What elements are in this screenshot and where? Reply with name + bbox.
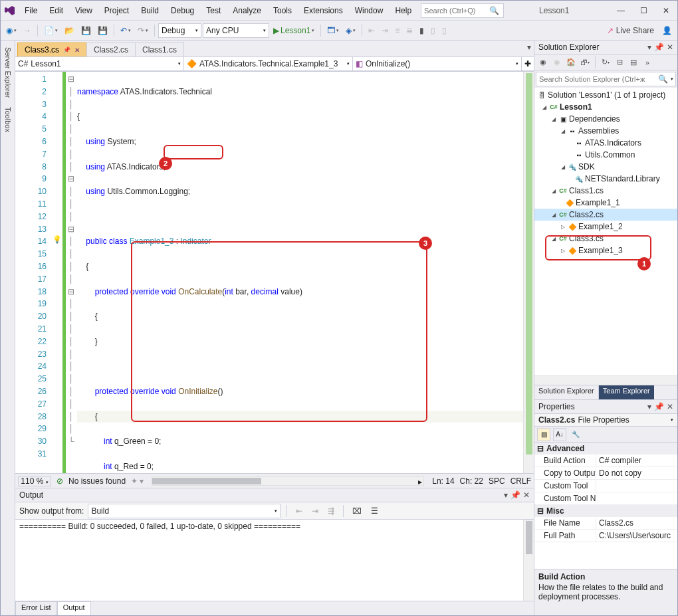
comment-icon[interactable]: ≡ xyxy=(392,23,402,38)
tab-class2[interactable]: Class2.cs xyxy=(86,43,136,56)
refresh-icon[interactable]: ↻▾ xyxy=(600,56,612,68)
dropdown-icon[interactable]: ▾ xyxy=(647,43,651,52)
pin-icon[interactable]: 📌 xyxy=(654,402,664,411)
menu-edit[interactable]: Edit xyxy=(44,3,68,18)
props-object-combo[interactable]: Class2.csFile Properties▾ xyxy=(534,414,677,427)
nav-method-combo[interactable]: ◧OnInitialize()▾ xyxy=(353,57,522,70)
se-hscroll[interactable] xyxy=(534,375,677,385)
se-search[interactable]: 🔍▾ xyxy=(536,72,676,86)
search-input[interactable] xyxy=(421,7,488,15)
cat-sort-icon[interactable]: ▤ xyxy=(537,428,550,441)
editor-scrollbar[interactable] xyxy=(523,72,534,473)
close-icon[interactable]: ✕ xyxy=(667,43,673,52)
config-combo[interactable]: Debug▾ xyxy=(158,23,201,38)
code-body[interactable]: namespace ATAS.Indicators.Technical { us… xyxy=(76,72,523,473)
props-header[interactable]: Properties ▾📌✕ xyxy=(534,400,677,414)
se-search-input[interactable] xyxy=(536,75,655,83)
tree-class2[interactable]: ◢C#Class2.cs xyxy=(534,209,677,221)
account-icon[interactable]: 👤 xyxy=(659,23,675,38)
menu-project[interactable]: Project xyxy=(99,3,134,18)
menu-view[interactable]: View xyxy=(70,3,98,18)
platform-combo[interactable]: Any CPU▾ xyxy=(203,23,269,38)
open-button[interactable]: 📂 xyxy=(62,23,77,38)
sync-icon[interactable]: 🗗▾ xyxy=(579,56,591,68)
fwd-icon[interactable]: ◉ xyxy=(551,56,563,68)
zoom-combo[interactable]: 110 % ▾ xyxy=(18,476,51,486)
search-box[interactable]: 🔍 xyxy=(421,3,504,18)
tab-class1[interactable]: Class1.cs xyxy=(135,43,184,56)
minimize-button[interactable]: — xyxy=(610,1,632,20)
nav-back-button[interactable]: ◉▾ xyxy=(3,23,19,38)
close-tab-icon[interactable]: ✕ xyxy=(74,47,80,54)
out-btn3[interactable]: ⇶ xyxy=(325,504,337,518)
nav-fwd-button[interactable]: → xyxy=(21,23,34,38)
nav-class-combo[interactable]: 🔶ATAS.Indicators.Technical.Example1_3▾ xyxy=(184,57,353,70)
se-header[interactable]: Solution Explorer ▾📌✕ xyxy=(534,41,677,54)
props-grid[interactable]: ⊟Advanced Build ActionC# compiler Copy t… xyxy=(534,443,677,569)
output-from-combo[interactable]: Build▾ xyxy=(88,504,281,518)
clear-all-icon[interactable]: ⌧ xyxy=(350,504,364,518)
tab-class3[interactable]: Class3.cs📌✕ xyxy=(17,43,87,56)
maximize-button[interactable]: ☐ xyxy=(632,1,655,20)
menu-tools[interactable]: Tools xyxy=(268,3,297,18)
out-btn1[interactable]: ⇤ xyxy=(293,504,305,518)
wrap-icon[interactable]: ☰ xyxy=(368,504,381,518)
btn-b[interactable]: ▯ xyxy=(439,23,449,38)
back-icon[interactable]: ◉ xyxy=(537,56,549,68)
pin-icon[interactable]: 📌 xyxy=(654,43,664,52)
menu-analyze[interactable]: Analyze xyxy=(227,3,267,18)
pin-icon[interactable]: 📌 xyxy=(63,47,70,53)
out-btn2[interactable]: ⇥ xyxy=(309,504,321,518)
collapse-icon[interactable]: ⊟ xyxy=(614,56,625,68)
output-header[interactable]: Output ▾📌✕ xyxy=(15,488,534,502)
solution-tree[interactable]: 🗄Solution 'Lesson1' (1 of 1 project) ◢C#… xyxy=(534,88,677,375)
nav-project-combo[interactable]: C#Lesson1▾ xyxy=(15,57,184,70)
close-button[interactable]: ✕ xyxy=(655,1,677,20)
editor-hscroll[interactable]: ◂▸ xyxy=(152,476,424,486)
indent-right-icon[interactable]: ⇥ xyxy=(379,23,391,38)
menu-debug[interactable]: Debug xyxy=(166,3,199,18)
toolbox-tab[interactable]: Toolbox xyxy=(3,104,13,135)
save-all-button[interactable]: 💾 xyxy=(95,23,110,38)
save-button[interactable]: 💾 xyxy=(78,23,94,38)
home-icon[interactable]: 🏠 xyxy=(565,56,577,68)
dropdown-icon[interactable]: ▾ xyxy=(647,402,651,411)
alpha-sort-icon[interactable]: A↓ xyxy=(553,428,566,441)
live-share-button[interactable]: ↗Live Share xyxy=(607,26,654,35)
error-list-tab[interactable]: Error List xyxy=(15,601,57,615)
indent-left-icon[interactable]: ⇤ xyxy=(366,23,378,38)
uncomment-icon[interactable]: ≣ xyxy=(403,23,415,38)
fold-gutter[interactable]: ⊟│││││││⊟│││⊟││││⊟│││││││││││└ xyxy=(66,72,76,473)
redo-button[interactable]: ↷▾ xyxy=(135,23,151,38)
output-body[interactable]: ========== Build: 0 succeeded, 0 failed,… xyxy=(15,520,534,601)
menu-extensions[interactable]: Extensions xyxy=(298,3,348,18)
code-editor[interactable]: 1234567891011121314151617181920212223242… xyxy=(15,71,534,473)
start-button[interactable]: ▶ Lesson1▾ xyxy=(271,23,317,38)
output-tab[interactable]: Output xyxy=(57,601,91,615)
more-icon[interactable]: » xyxy=(641,56,653,68)
show-icon[interactable]: ▤ xyxy=(627,56,639,68)
menu-file[interactable]: File xyxy=(19,3,43,18)
menu-test[interactable]: Test xyxy=(201,3,226,18)
se-tab-team[interactable]: Team Explorer xyxy=(599,385,654,399)
split-icon[interactable]: ✚ xyxy=(522,57,534,70)
tab-menu-icon[interactable]: ▾ xyxy=(527,43,531,52)
bookmark-icon[interactable]: ▮ xyxy=(417,23,427,38)
new-item-button[interactable]: 📄▾ xyxy=(41,23,60,38)
dropdown-icon[interactable]: ▾ xyxy=(504,490,508,500)
tool-icon[interactable]: ◈▾ xyxy=(343,23,358,38)
menu-window[interactable]: Window xyxy=(350,3,389,18)
undo-button[interactable]: ↶▾ xyxy=(118,23,134,38)
change-bar xyxy=(62,72,66,473)
output-scrollbar[interactable] xyxy=(523,520,534,601)
menu-help[interactable]: Help xyxy=(390,3,417,18)
wrench-icon[interactable]: 🔧 xyxy=(569,428,582,441)
se-tab-sol[interactable]: Solution Explorer xyxy=(534,385,599,399)
close-icon[interactable]: ✕ xyxy=(667,402,673,411)
close-icon[interactable]: ✕ xyxy=(523,490,530,500)
server-explorer-tab[interactable]: Server Explorer xyxy=(3,45,13,100)
browse-button[interactable]: 🗔▾ xyxy=(324,23,342,38)
btn-a[interactable]: ▯ xyxy=(428,23,438,38)
pin-icon[interactable]: 📌 xyxy=(510,490,520,500)
menu-build[interactable]: Build xyxy=(136,3,164,18)
